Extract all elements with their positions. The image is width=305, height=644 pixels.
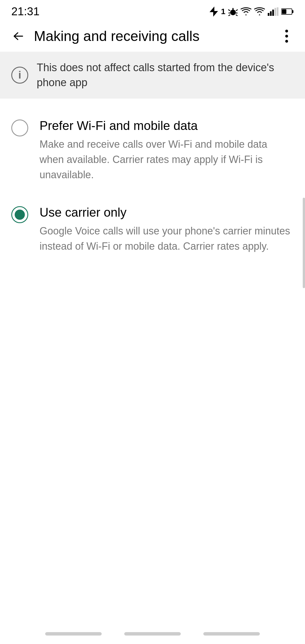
more-options-button[interactable] (277, 26, 297, 46)
wifi-alt-icon (254, 7, 265, 16)
status-icons: 1 (210, 6, 294, 17)
svg-rect-2 (232, 8, 234, 10)
svg-rect-16 (282, 9, 286, 14)
back-button[interactable] (8, 26, 28, 46)
radio-wifi-data[interactable] (11, 119, 28, 136)
option-wifi-data-title: Prefer Wi-Fi and mobile data (40, 118, 294, 133)
svg-line-7 (228, 15, 230, 16)
option-wifi-data-desc: Make and receive calls over Wi-Fi and mo… (40, 137, 294, 182)
lightning-icon (210, 6, 218, 17)
options-section: Prefer Wi-Fi and mobile data Make and re… (0, 99, 305, 274)
option-carrier-only-desc: Google Voice calls will use your phone's… (40, 223, 294, 254)
svg-rect-13 (277, 7, 278, 16)
option-wifi-data[interactable]: Prefer Wi-Fi and mobile data Make and re… (0, 107, 305, 194)
svg-point-1 (230, 10, 236, 15)
nav-pill-right (203, 632, 260, 636)
info-banner: i This does not affect calls started fro… (0, 52, 305, 99)
scrollbar[interactable] (303, 198, 305, 288)
svg-rect-10 (270, 11, 272, 16)
dot-3 (285, 40, 288, 43)
svg-rect-12 (274, 8, 276, 16)
svg-rect-15 (292, 10, 293, 13)
dot-2 (285, 35, 288, 38)
info-icon: i (11, 67, 28, 84)
status-bar: 21:31 1 (0, 0, 305, 21)
signal-icon (268, 7, 278, 16)
dot-1 (285, 30, 288, 32)
bottom-indicators (0, 632, 305, 636)
option-carrier-only-title: Use carrier only (40, 205, 294, 220)
radio-carrier-inner (15, 210, 25, 220)
option-wifi-data-content: Prefer Wi-Fi and mobile data Make and re… (40, 118, 294, 182)
wifi-icon (241, 7, 251, 16)
number-1-icon: 1 (221, 7, 225, 16)
svg-marker-0 (210, 6, 218, 17)
option-carrier-only-content: Use carrier only Google Voice calls will… (40, 205, 294, 254)
svg-line-8 (236, 15, 238, 16)
page-title: Making and receiving calls (34, 28, 277, 44)
info-banner-text: This does not affect calls started from … (37, 60, 294, 90)
radio-carrier-only[interactable] (11, 206, 28, 223)
battery-icon (281, 8, 294, 15)
nav-pill-center (124, 632, 181, 636)
svg-line-3 (228, 10, 230, 11)
svg-rect-9 (268, 13, 269, 16)
bug-icon (228, 7, 238, 16)
svg-rect-11 (272, 10, 274, 16)
option-carrier-only[interactable]: Use carrier only Google Voice calls will… (0, 194, 305, 265)
status-time: 21:31 (11, 5, 40, 18)
svg-line-4 (236, 10, 238, 11)
app-bar: Making and receiving calls (0, 21, 305, 52)
nav-pill-left (45, 632, 102, 636)
